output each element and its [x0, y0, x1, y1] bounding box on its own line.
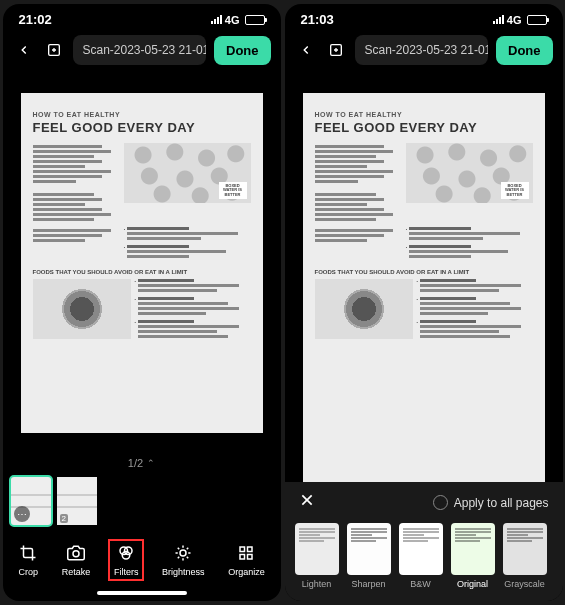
brightness-button[interactable]: Brightness — [156, 539, 211, 581]
filter-label: Grayscale — [504, 579, 545, 589]
filter-sharpen[interactable]: Sharpen — [347, 523, 391, 589]
organize-label: Organize — [228, 567, 265, 577]
home-indicator[interactable] — [97, 591, 187, 595]
network-label: 4G — [507, 14, 522, 26]
chevron-left-icon — [17, 43, 31, 57]
doc-heading: FEEL GOOD EVERY DAY — [33, 120, 251, 135]
crop-icon — [18, 543, 38, 563]
radio-icon — [433, 495, 448, 510]
network-label: 4G — [225, 14, 240, 26]
doc-callout: BOXED WATER IS BETTER — [219, 182, 247, 199]
svg-rect-17 — [248, 547, 253, 552]
thumbnail-menu-icon[interactable]: ⋯ — [14, 506, 30, 522]
doc-section-heading: FOODS THAT YOU SHOULD AVOID OR EAT IN A … — [315, 269, 533, 275]
signal-icon — [211, 15, 222, 24]
done-button[interactable]: Done — [496, 36, 553, 65]
status-time: 21:03 — [301, 12, 334, 27]
svg-line-14 — [178, 557, 180, 559]
add-page-button[interactable] — [43, 39, 65, 61]
doc-heading: FEEL GOOD EVERY DAY — [315, 120, 533, 135]
svg-point-7 — [180, 550, 186, 556]
organize-button[interactable]: Organize — [222, 539, 271, 581]
page-thumbnails: ⋯ 2 — [3, 473, 281, 529]
svg-line-13 — [187, 557, 189, 559]
filter-thumb — [503, 523, 547, 575]
status-bar: 21:02 4G — [3, 4, 281, 31]
bottom-toolbar: Crop Retake Filters Brightness Organize — [3, 529, 281, 587]
status-bar: 21:03 4G — [285, 4, 563, 31]
doc-section-heading: FOODS THAT YOU SHOULD AVOID OR EAT IN A … — [33, 269, 251, 275]
chevron-left-icon — [299, 43, 313, 57]
retake-button[interactable]: Retake — [56, 539, 97, 581]
filter-bw[interactable]: B&W — [399, 523, 443, 589]
svg-point-3 — [73, 551, 79, 557]
thumbnail-number: 2 — [60, 514, 68, 523]
camera-icon — [66, 543, 86, 563]
top-nav: Scan-2023-05-23 21-01-17 Done — [3, 31, 281, 73]
done-button[interactable]: Done — [214, 36, 271, 65]
svg-rect-16 — [240, 547, 245, 552]
filter-label: Sharpen — [351, 579, 385, 589]
filter-label: Original — [457, 579, 488, 589]
svg-rect-19 — [248, 555, 253, 560]
filter-grayscale[interactable]: Grayscale — [503, 523, 547, 589]
battery-icon — [527, 15, 547, 25]
status-time: 21:02 — [19, 12, 52, 27]
svg-point-6 — [122, 552, 130, 560]
svg-line-12 — [178, 548, 180, 550]
page-indicator[interactable]: 1/2 ⌃ — [3, 453, 281, 473]
scanned-document: HOW TO EAT HEALTHY FEEL GOOD EVERY DAY B… — [21, 93, 263, 433]
svg-line-15 — [187, 548, 189, 550]
doc-callout: BOXED WATER IS BETTER — [501, 182, 529, 199]
add-page-icon — [46, 42, 62, 58]
filter-thumb — [347, 523, 391, 575]
filter-lighten[interactable]: Lighten — [295, 523, 339, 589]
brightness-icon — [173, 543, 193, 563]
thumbnail-page-2[interactable]: 2 — [57, 477, 97, 525]
document-title-field[interactable]: Scan-2023-05-23 21-01-17 — [355, 35, 489, 65]
filter-label: B&W — [410, 579, 431, 589]
filter-thumb — [399, 523, 443, 575]
add-page-button[interactable] — [325, 39, 347, 61]
top-nav: Scan-2023-05-23 21-01-17 Done — [285, 31, 563, 73]
battery-icon — [245, 15, 265, 25]
crop-button[interactable]: Crop — [12, 539, 44, 581]
filters-label: Filters — [114, 567, 139, 577]
status-indicators: 4G — [211, 14, 265, 26]
crop-label: Crop — [19, 567, 39, 577]
back-button[interactable] — [13, 39, 35, 61]
filter-label: Lighten — [302, 579, 332, 589]
filter-thumb — [295, 523, 339, 575]
thumbnail-page-1[interactable]: ⋯ — [11, 477, 51, 525]
filter-original[interactable]: Original — [451, 523, 495, 589]
filter-panel: Apply to all pages Lighten Sharpen B&W — [285, 482, 563, 601]
retake-label: Retake — [62, 567, 91, 577]
filters-icon — [116, 543, 136, 563]
doc-subheading: HOW TO EAT HEALTHY — [33, 111, 251, 118]
brightness-label: Brightness — [162, 567, 205, 577]
page-count-label: 1/2 — [128, 457, 143, 469]
doc-subheading: HOW TO EAT HEALTHY — [315, 111, 533, 118]
apply-to-all-label: Apply to all pages — [454, 496, 549, 510]
organize-icon — [236, 543, 256, 563]
filter-thumb — [451, 523, 495, 575]
document-title-field[interactable]: Scan-2023-05-23 21-01-17 — [73, 35, 207, 65]
signal-icon — [493, 15, 504, 24]
chevron-up-icon: ⌃ — [147, 458, 155, 468]
back-button[interactable] — [295, 39, 317, 61]
apply-to-all-toggle[interactable]: Apply to all pages — [433, 495, 549, 510]
filters-button[interactable]: Filters — [108, 539, 145, 581]
status-indicators: 4G — [493, 14, 547, 26]
close-button[interactable] — [299, 492, 323, 513]
svg-rect-18 — [240, 555, 245, 560]
close-icon — [299, 492, 315, 508]
document-viewport[interactable]: HOW TO EAT HEALTHY FEEL GOOD EVERY DAY B… — [3, 73, 281, 453]
add-page-icon — [328, 42, 344, 58]
